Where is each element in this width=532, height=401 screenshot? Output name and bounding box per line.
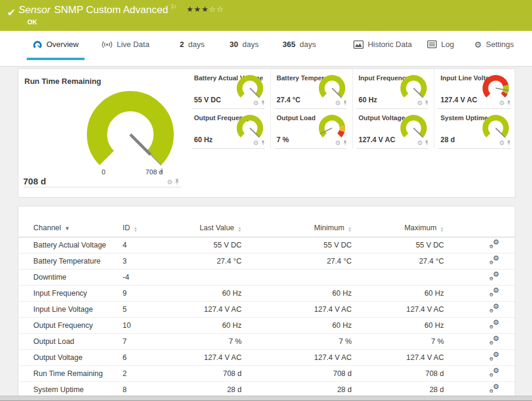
output-load-gauge <box>314 111 350 144</box>
tab-settings[interactable]: ⚙ Settings <box>468 31 520 60</box>
table-row[interactable]: Output Voltage 6 127.4 V AC 127.4 V AC 1… <box>18 350 515 366</box>
cell-minimum: 55 V DC <box>242 237 352 253</box>
tab-2-days[interactable]: 2 days <box>174 31 211 60</box>
channel-settings-icon[interactable]: ⚙ ⚙ <box>489 320 499 329</box>
table-row[interactable]: Input Frequency 9 60 Hz 60 Hz 60 Hz ⚙ ⚙ <box>18 286 515 302</box>
channel-settings-icon[interactable]: ⚙ ⚙ <box>489 384 499 393</box>
table-row[interactable]: System Uptime 8 28 d 28 d 28 d ⚙ ⚙ <box>18 382 515 397</box>
tile-actions: ⚙ <box>253 100 265 106</box>
gauge-tile-battery-actual-voltage[interactable]: Battery Actual Voltage 55 V DC ⚙ <box>188 69 270 109</box>
pin-icon[interactable] <box>506 140 511 146</box>
gauge-tile-system-uptime[interactable]: System Uptime 28 d ⚙ <box>434 109 516 149</box>
table-row[interactable]: Run Time Remaining 2 708 d 708 d 708 d ⚙… <box>18 366 515 382</box>
channel-gear-icon[interactable]: ⚙ <box>499 140 505 146</box>
small-gauge-grid: Battery Actual Voltage 55 V DC ⚙ Battery… <box>188 69 516 149</box>
stars-empty[interactable]: ☆☆ <box>209 5 224 14</box>
cell-id: 10 <box>123 318 191 334</box>
column-header-minimum[interactable]: Minimum▲▼ <box>242 223 352 237</box>
pin-icon[interactable] <box>174 178 180 186</box>
channel-table: Channel▼ ID▲▼ Last Value▲▼ Minimum▲▼ Max… <box>18 223 515 396</box>
tab-live-data[interactable]: Live Data <box>96 31 155 60</box>
gear-icon: ⚙ <box>493 271 499 278</box>
sensor-tab-bar: Overview Live Data 2 days 30 days 365 da… <box>0 31 532 67</box>
channel-gear-icon[interactable]: ⚙ <box>417 140 423 146</box>
channel-settings-icon[interactable]: ⚙ ⚙ <box>489 240 499 249</box>
cell-id: 2 <box>123 366 191 382</box>
tab-historic-data[interactable]: Historic Data <box>348 31 418 60</box>
gear-icon-small: ⚙ <box>489 389 493 394</box>
gauge-current-value: 28 d <box>440 136 455 144</box>
gauge-tile-input-frequency[interactable]: Input Frequency 60 Hz ⚙ <box>352 69 434 109</box>
pin-icon[interactable] <box>261 140 265 146</box>
pin-icon[interactable] <box>261 100 265 106</box>
table-row[interactable]: Input Line Voltage 5 127.4 V AC 127.4 V … <box>18 302 515 318</box>
pin-icon[interactable] <box>424 100 429 106</box>
table-row[interactable]: Battery Actual Voltage 4 55 V DC 55 V DC… <box>18 237 515 253</box>
gauge-tile-input-line-voltage[interactable]: Input Line Voltage 127.4 V AC ⚙ <box>434 69 516 109</box>
gauge-scale-min: 0 <box>102 168 105 176</box>
pin-icon[interactable] <box>343 100 348 106</box>
priority-flag-icon[interactable]: ⚐ <box>170 3 177 11</box>
gauge-icon <box>33 40 42 49</box>
pin-icon[interactable] <box>506 100 511 106</box>
table-row[interactable]: Downtime -4 ⚙ ⚙ <box>18 270 515 286</box>
table-row[interactable]: Battery Temperature 3 27.4 °C 27.4 °C 27… <box>18 253 515 270</box>
gauge-tile-output-load[interactable]: Output Load 7 % ⚙ <box>270 109 352 149</box>
cell-maximum: 127.4 V AC <box>352 350 444 366</box>
gear-icon: ⚙ <box>493 319 499 326</box>
gauges-overview-panel: Run Time Remaining x̄ 0 708 d 708 d ⚙ Ba… <box>18 68 515 198</box>
gear-icon: ⚙ <box>493 303 499 310</box>
channel-gear-icon[interactable]: ⚙ <box>253 140 259 146</box>
cell-channel: Run Time Remaining <box>18 366 123 382</box>
table-row[interactable]: Output Load 7 7 % 7 % 7 % ⚙ ⚙ <box>18 334 515 350</box>
output-voltage-gauge <box>396 111 431 144</box>
gauge-tile-output-voltage[interactable]: Output Voltage 127.4 V AC ⚙ <box>352 109 434 149</box>
tab-30-days[interactable]: 30 days <box>224 31 265 60</box>
channel-gear-icon[interactable]: ⚙ <box>499 100 505 106</box>
cell-id: 3 <box>123 253 191 270</box>
gauge-tile-output-frequency[interactable]: Output Frequency 60 Hz ⚙ <box>188 109 270 149</box>
channel-settings-icon[interactable]: ⚙ ⚙ <box>489 272 499 281</box>
channel-settings-icon[interactable]: ⚙ ⚙ <box>489 336 499 345</box>
horizontal-scrollbar[interactable] <box>0 396 532 401</box>
battery-temperature-gauge <box>314 71 350 104</box>
channel-gear-icon[interactable]: ⚙ <box>335 100 341 106</box>
pin-icon[interactable] <box>343 140 348 146</box>
cell-maximum: 28 d <box>352 382 444 397</box>
gauge-current-value: 27.4 °C <box>277 96 301 104</box>
channel-gear-icon[interactable]: ⚙ <box>417 100 423 106</box>
cell-last-value: 127.4 V AC <box>191 302 242 318</box>
channel-gear-icon[interactable]: ⚙ <box>167 179 173 186</box>
column-header-id[interactable]: ID▲▼ <box>123 223 191 237</box>
gauge-tile-run-time-remaining[interactable]: Run Time Remaining x̄ 0 708 d 708 d ⚙ <box>18 69 188 198</box>
column-header-maximum[interactable]: Maximum▲▼ <box>352 223 444 237</box>
channel-gear-icon[interactable]: ⚙ <box>253 100 259 106</box>
stars-filled[interactable]: ★★★ <box>186 5 209 14</box>
channel-settings-icon[interactable]: ⚙ ⚙ <box>489 352 499 361</box>
channel-settings-icon[interactable]: ⚙ ⚙ <box>489 288 499 297</box>
tile-actions: ⚙ <box>253 140 265 146</box>
broadcast-icon <box>102 40 112 49</box>
cell-last-value: 60 Hz <box>191 286 242 302</box>
tab-overview[interactable]: Overview <box>27 31 85 60</box>
priority-stars[interactable]: ★★★☆☆ <box>186 5 224 14</box>
gauge-tile-battery-temperature[interactable]: Battery Temperature 27.4 °C ⚙ <box>270 69 352 109</box>
pin-icon[interactable] <box>424 140 429 146</box>
column-header-last-value[interactable]: Last Value▲▼ <box>191 223 242 237</box>
channel-table-panel: Channel▼ ID▲▼ Last Value▲▼ Minimum▲▼ Max… <box>18 206 515 396</box>
cell-maximum: 127.4 V AC <box>352 302 444 318</box>
sensor-status-text: OK <box>27 18 37 26</box>
channel-settings-icon[interactable]: ⚙ ⚙ <box>489 368 499 377</box>
tab-365-days[interactable]: 365 days <box>277 31 322 60</box>
channel-gear-icon[interactable]: ⚙ <box>335 140 341 146</box>
table-row[interactable]: Output Frequency 10 60 Hz 60 Hz 60 Hz ⚙ … <box>18 318 515 334</box>
cell-actions: ⚙ ⚙ <box>444 366 515 382</box>
channel-settings-icon[interactable]: ⚙ ⚙ <box>489 256 499 265</box>
gear-icon: ⚙ <box>493 383 499 390</box>
cell-maximum: 7 % <box>352 334 444 350</box>
tab-log[interactable]: Log <box>421 31 460 60</box>
sort-icon: ▲▼ <box>440 226 444 232</box>
channel-settings-icon[interactable]: ⚙ ⚙ <box>489 304 499 313</box>
area-chart-icon <box>353 40 364 49</box>
column-header-channel[interactable]: Channel▼ <box>18 223 123 237</box>
